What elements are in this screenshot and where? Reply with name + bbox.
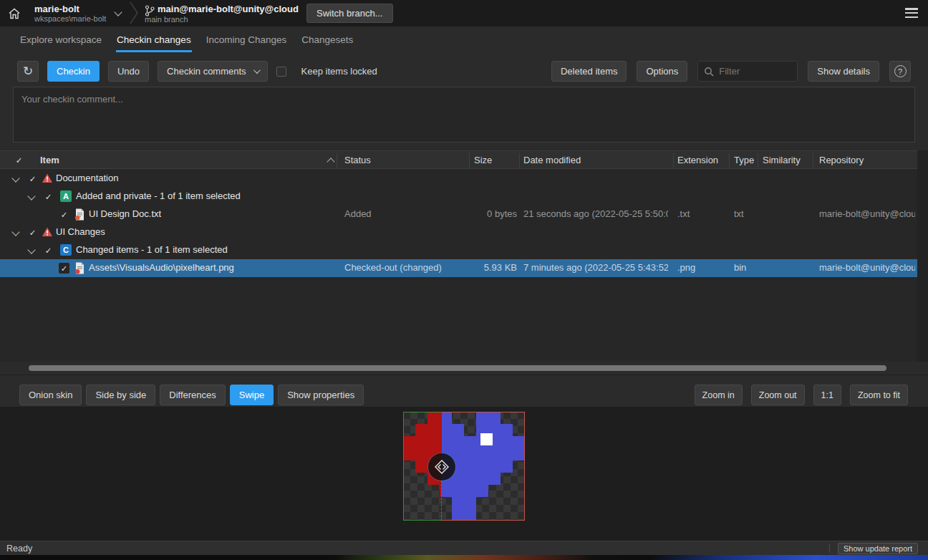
type-cell: bin bbox=[734, 262, 757, 273]
workspace-chevron-down-icon[interactable] bbox=[114, 8, 122, 16]
heart-highlight-pixel bbox=[480, 433, 493, 445]
expand-chevron-down-icon[interactable] bbox=[11, 228, 19, 236]
date-modified-cell: 7 minutes ago (2022-05-25 5:43:52 bbox=[523, 262, 668, 273]
help-icon: ? bbox=[894, 65, 907, 77]
breadcrumb-separator-icon bbox=[129, 1, 139, 25]
row-checkbox[interactable] bbox=[43, 191, 54, 202]
date-modified-cell: 21 seconds ago (2022-05-25 5:50:0 bbox=[523, 208, 668, 219]
zoom-to-fit-button[interactable]: Zoom to fit bbox=[850, 385, 908, 405]
show-update-report-button[interactable]: Show update report bbox=[838, 543, 918, 554]
column-header-size[interactable]: Size bbox=[474, 155, 492, 165]
branch-name[interactable]: main@marie-bolt@unity@cloud bbox=[158, 4, 299, 14]
workspace-path: wkspaces\marie-bolt bbox=[34, 14, 106, 23]
warning-icon bbox=[42, 226, 53, 238]
column-header-status[interactable]: Status bbox=[344, 155, 371, 165]
search-icon bbox=[704, 67, 714, 77]
repository-cell: marie-bolt@unity@clou bbox=[819, 262, 915, 273]
tab-changesets[interactable]: Changesets bbox=[301, 26, 354, 52]
onion-skin-button[interactable]: Onion skin bbox=[19, 385, 82, 405]
status-bar: Ready Show update report bbox=[0, 541, 928, 555]
branch-description: main branch bbox=[145, 15, 188, 24]
tree-row-ui-changes[interactable]: UI Changes bbox=[0, 223, 917, 241]
size-cell: 5.93 KB bbox=[465, 262, 517, 273]
column-header-extension[interactable]: Extension bbox=[677, 155, 718, 165]
row-checkbox[interactable] bbox=[43, 245, 54, 256]
top-bar: marie-bolt wkspaces\marie-bolt main@mari… bbox=[0, 0, 928, 26]
keep-items-locked-label: Keep items locked bbox=[301, 66, 377, 77]
expand-chevron-down-icon[interactable] bbox=[27, 192, 35, 200]
desktop-edge-strip bbox=[0, 555, 928, 560]
extension-cell: .png bbox=[677, 262, 726, 273]
text-file-icon bbox=[74, 208, 85, 221]
tree-row-added-group[interactable]: A Added and private - 1 of 1 item select… bbox=[0, 188, 917, 206]
column-header-repository[interactable]: Repository bbox=[819, 155, 864, 165]
image-diff-preview bbox=[0, 407, 928, 541]
hamburger-icon bbox=[905, 8, 918, 10]
undo-button[interactable]: Undo bbox=[108, 61, 149, 82]
tree-row-ui-design-doc[interactable]: UI Design Doc.txt Added 0 bytes 21 secon… bbox=[0, 206, 917, 223]
one-to-one-button[interactable]: 1:1 bbox=[813, 385, 841, 405]
filter-input[interactable] bbox=[719, 66, 791, 77]
column-header-type[interactable]: Type bbox=[734, 155, 754, 165]
keep-items-locked-checkbox[interactable] bbox=[276, 67, 286, 77]
refresh-button[interactable]: ↻ bbox=[17, 61, 39, 82]
checkin-comments-label: Checkin comments bbox=[167, 66, 246, 77]
checkin-comment-input[interactable] bbox=[14, 87, 914, 142]
column-header-item[interactable]: Item bbox=[40, 155, 59, 165]
repository-cell: marie-bolt@unity@clou bbox=[819, 208, 915, 219]
swipe-divider-line bbox=[441, 481, 442, 521]
row-checkbox[interactable] bbox=[27, 227, 38, 238]
column-header-date-modified[interactable]: Date modified bbox=[523, 155, 581, 165]
zoom-out-button[interactable]: Zoom out bbox=[751, 385, 805, 405]
column-header-similarity[interactable]: Similarity bbox=[763, 155, 801, 165]
expand-chevron-down-icon[interactable] bbox=[11, 174, 19, 182]
status-cell: Added bbox=[344, 208, 463, 219]
checkin-comment-box bbox=[13, 87, 915, 143]
select-all-checkbox[interactable] bbox=[14, 155, 24, 165]
status-cell: Checked-out (changed) bbox=[344, 262, 463, 273]
chevron-down-icon bbox=[253, 67, 261, 74]
show-details-button[interactable]: Show details bbox=[808, 61, 879, 82]
expand-chevron-down-icon[interactable] bbox=[27, 246, 35, 254]
image-file-icon bbox=[74, 262, 85, 274]
tab-checkin-changes[interactable]: Checkin changes bbox=[116, 26, 192, 52]
tab-incoming-changes[interactable]: Incoming Changes bbox=[206, 26, 288, 52]
home-button[interactable] bbox=[6, 5, 23, 22]
checkin-toolbar: ↻ Checkin Undo Checkin comments Keep ite… bbox=[0, 52, 928, 87]
swipe-arrows-icon bbox=[434, 459, 450, 475]
statusbar-divider bbox=[829, 544, 830, 553]
pending-changes-table: Item Status Size Date modified Extension… bbox=[0, 150, 917, 362]
zoom-in-button[interactable]: Zoom in bbox=[695, 385, 743, 405]
tab-bar: Explore workspace Checkin changes Incomi… bbox=[0, 26, 928, 52]
row-checkbox[interactable] bbox=[27, 173, 38, 184]
checkin-comments-dropdown[interactable]: Checkin comments bbox=[158, 61, 268, 82]
row-checkbox[interactable] bbox=[59, 209, 69, 220]
options-button[interactable]: Options bbox=[637, 61, 687, 82]
swipe-handle[interactable] bbox=[428, 453, 455, 481]
side-by-side-button[interactable]: Side by side bbox=[86, 385, 155, 405]
tree-row-documentation[interactable]: Documentation bbox=[0, 170, 917, 188]
help-button[interactable]: ? bbox=[889, 61, 911, 82]
deleted-items-button[interactable]: Deleted items bbox=[551, 61, 627, 82]
swipe-button[interactable]: Swipe bbox=[230, 385, 274, 405]
checkin-button[interactable]: Checkin bbox=[47, 61, 100, 82]
row-checkbox[interactable] bbox=[59, 263, 69, 274]
pixel-heart-graphic bbox=[403, 412, 525, 521]
pixelheart-image bbox=[403, 412, 525, 521]
tab-explore-workspace[interactable]: Explore workspace bbox=[19, 26, 102, 52]
workspace-name[interactable]: marie-bolt bbox=[34, 4, 79, 14]
differences-button[interactable]: Differences bbox=[160, 385, 226, 405]
switch-branch-button[interactable]: Switch branch... bbox=[306, 4, 393, 23]
refresh-icon: ↻ bbox=[23, 65, 33, 77]
vertical-scrollbar[interactable] bbox=[917, 150, 928, 362]
item-label: Added and private - 1 of 1 item selected bbox=[76, 190, 241, 201]
tree-row-pixelheart[interactable]: Assets\VisualsAudio\pixelheart.png Check… bbox=[0, 259, 917, 277]
filter-search-box[interactable] bbox=[697, 61, 798, 82]
menu-button[interactable] bbox=[905, 8, 918, 18]
horizontal-scrollbar[interactable] bbox=[0, 362, 917, 375]
show-properties-button[interactable]: Show properties bbox=[278, 385, 364, 405]
horizontal-scrollbar-thumb[interactable] bbox=[29, 365, 886, 371]
sort-ascending-icon bbox=[327, 158, 334, 165]
tree-row-changed-group[interactable]: C Changed items - 1 of 1 item selected bbox=[0, 241, 917, 259]
extension-cell: .txt bbox=[677, 208, 726, 219]
